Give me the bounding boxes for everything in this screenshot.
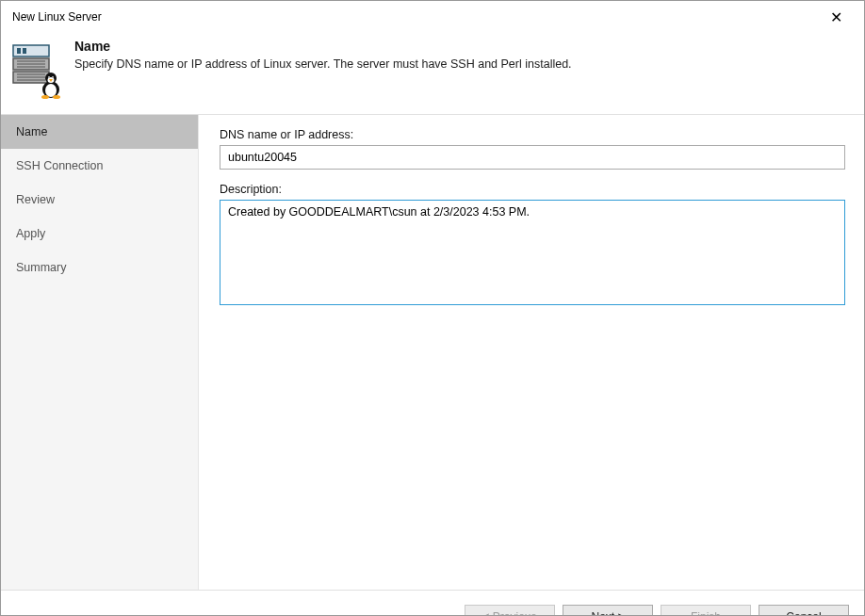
sidebar-item-ssh-connection[interactable]: SSH Connection <box>1 149 198 183</box>
svg-rect-2 <box>23 48 26 54</box>
next-button[interactable]: Next > <box>563 605 653 617</box>
sidebar-item-name[interactable]: Name <box>1 115 198 149</box>
server-penguin-icon <box>12 42 59 95</box>
header-subtitle: Specify DNS name or IP address of Linux … <box>74 57 572 71</box>
close-icon[interactable]: ✕ <box>817 8 855 26</box>
sidebar-item-apply[interactable]: Apply <box>1 217 198 251</box>
header-title: Name <box>74 39 572 54</box>
sidebar-item-summary[interactable]: Summary <box>1 251 198 284</box>
cancel-button[interactable]: Cancel <box>759 605 849 617</box>
wizard-content: DNS name or IP address: Description: <box>199 115 864 590</box>
svg-point-19 <box>41 95 49 99</box>
titlebar: New Linux Server ✕ <box>1 1 864 29</box>
dns-label: DNS name or IP address: <box>220 128 845 141</box>
header-text: Name Specify DNS name or IP address of L… <box>74 39 572 71</box>
description-label: Description: <box>220 183 845 196</box>
wizard-header: Name Specify DNS name or IP address of L… <box>1 29 864 115</box>
svg-point-12 <box>45 84 57 97</box>
wizard-body: Name SSH Connection Review Apply Summary… <box>1 115 864 590</box>
wizard-sidebar: Name SSH Connection Review Apply Summary <box>1 115 199 590</box>
previous-button: < Previous <box>465 605 555 617</box>
svg-point-20 <box>53 95 60 99</box>
finish-button: Finish <box>661 605 751 617</box>
description-textarea[interactable] <box>220 200 845 305</box>
svg-point-18 <box>53 77 54 78</box>
sidebar-item-review[interactable]: Review <box>1 183 198 217</box>
window-title: New Linux Server <box>12 10 102 24</box>
svg-rect-1 <box>17 48 21 54</box>
wizard-footer: < Previous Next > Finish Cancel <box>1 590 864 616</box>
svg-point-17 <box>49 77 50 78</box>
dns-input[interactable] <box>220 145 845 170</box>
